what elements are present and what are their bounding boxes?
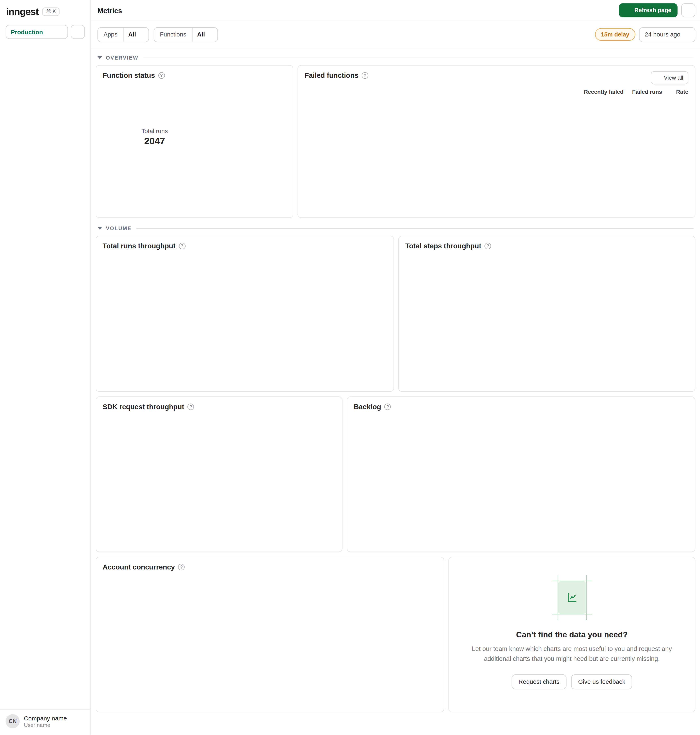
account-concurrency-card: Account concurrency ? bbox=[96, 557, 444, 712]
donut-center-value: 2047 bbox=[144, 136, 165, 146]
failed-functions-title: Failed functions bbox=[304, 71, 359, 79]
col-failed-runs: Failed runs bbox=[632, 88, 662, 95]
chevrons-up-down-icon bbox=[58, 29, 64, 35]
account-concurrency-title: Account concurrency bbox=[103, 563, 175, 571]
app-root: inngest ⌘ K Production CN Company name U… bbox=[0, 0, 700, 735]
function-status-donut: Total runs 2047 bbox=[107, 90, 202, 184]
refresh-page-button[interactable]: Refresh page bbox=[619, 3, 678, 17]
help-circle-icon[interactable]: ? bbox=[158, 72, 165, 78]
sliders-icon bbox=[74, 28, 81, 35]
section-divider bbox=[136, 228, 694, 228]
logo-row: inngest ⌘ K bbox=[0, 0, 90, 21]
feedback-body: Let our team know which charts are most … bbox=[468, 644, 675, 664]
volume-label: VOLUME bbox=[106, 225, 132, 231]
total-runs-title: Total runs throughput bbox=[103, 242, 176, 250]
inngest-logo: inngest bbox=[6, 6, 38, 18]
total-runs-chart bbox=[103, 252, 387, 367]
functions-filter[interactable]: Functions All bbox=[154, 27, 218, 42]
sdk-request-title: SDK request throughput bbox=[103, 402, 184, 411]
overview-label: OVERVIEW bbox=[106, 55, 138, 60]
company-name: Company name bbox=[24, 715, 67, 722]
chevron-down-icon bbox=[139, 32, 144, 37]
main-area: Metrics Refresh page Apps All Functions … bbox=[91, 0, 700, 735]
backlog-title: Backlog bbox=[354, 402, 381, 411]
view-all-button[interactable]: View all bbox=[651, 71, 688, 84]
backlog-chart bbox=[354, 412, 688, 527]
total-runs-card: Total runs throughput ? bbox=[96, 236, 394, 392]
help-circle-icon[interactable]: ? bbox=[179, 243, 185, 249]
account-concurrency-chart bbox=[103, 573, 437, 688]
collapse-triangle-icon bbox=[97, 56, 102, 59]
total-steps-card: Total steps throughput ? bbox=[398, 236, 696, 392]
help-circle-icon[interactable]: ? bbox=[178, 564, 185, 570]
help-circle-icon[interactable]: ? bbox=[362, 72, 368, 78]
sidebar: inngest ⌘ K Production CN Company name U… bbox=[0, 0, 91, 735]
chevron-down-icon bbox=[207, 32, 213, 37]
delay-badge: 15m delay bbox=[595, 28, 635, 41]
help-circle-icon[interactable]: ? bbox=[384, 404, 391, 410]
apps-filter-label: Apps bbox=[98, 27, 124, 41]
refresh-icon bbox=[625, 7, 631, 13]
failed-functions-card: View all Failed functions ? bbox=[297, 65, 696, 218]
overview-section-header[interactable]: OVERVIEW bbox=[97, 55, 694, 60]
filter-bar: Apps All Functions All 15m delay 24 hour… bbox=[91, 21, 700, 48]
chevron-down-icon bbox=[685, 32, 690, 37]
backlog-card: Backlog ? bbox=[347, 396, 696, 552]
environment-value: Production bbox=[11, 28, 43, 35]
time-range-select[interactable]: 24 hours ago bbox=[639, 27, 696, 42]
section-divider bbox=[143, 57, 694, 58]
collapse-triangle-icon bbox=[97, 227, 102, 230]
apps-filter-value: All bbox=[128, 31, 136, 38]
request-charts-button[interactable]: Request charts bbox=[512, 674, 566, 689]
failed-functions-chart bbox=[304, 81, 567, 190]
function-status-card: Function status ? Total runs 2047 bbox=[96, 65, 293, 218]
function-status-title: Function status bbox=[103, 71, 155, 79]
settings-button[interactable] bbox=[681, 3, 696, 17]
col-rate: Rate bbox=[662, 88, 688, 95]
sdk-request-card: SDK request throughput ? bbox=[96, 396, 343, 552]
help-circle-icon[interactable]: ? bbox=[484, 243, 491, 249]
volume-section-header[interactable]: VOLUME bbox=[97, 225, 694, 231]
content: OVERVIEW Function status ? Total runs 20… bbox=[91, 48, 700, 722]
time-range-value: 24 hours ago bbox=[645, 31, 680, 38]
give-feedback-button[interactable]: Give us feedback bbox=[571, 674, 632, 689]
recently-failed-table: Recently failed Failed runs Rate bbox=[575, 71, 688, 194]
col-recently-failed: Recently failed bbox=[584, 88, 632, 95]
gear-icon bbox=[685, 6, 692, 14]
environment-select[interactable]: Production bbox=[6, 25, 68, 39]
environment-row: Production bbox=[0, 21, 90, 40]
total-steps-chart bbox=[405, 252, 688, 367]
avatar: CN bbox=[6, 714, 20, 728]
chart-request-illustration bbox=[557, 580, 586, 614]
donut-center-label: Total runs bbox=[141, 127, 168, 134]
sdk-request-chart bbox=[103, 412, 335, 527]
feedback-heading: Can’t find the data you need? bbox=[516, 630, 628, 639]
feedback-card: Can’t find the data you need? Let our te… bbox=[449, 557, 696, 712]
functions-filter-value: All bbox=[197, 31, 205, 38]
help-circle-icon[interactable]: ? bbox=[188, 404, 194, 410]
env-filter-button[interactable] bbox=[71, 25, 85, 39]
top-bar: Metrics Refresh page bbox=[91, 0, 700, 21]
line-chart-icon bbox=[566, 591, 578, 604]
arrow-up-right-icon bbox=[656, 75, 661, 80]
page-title: Metrics bbox=[97, 6, 122, 14]
user-name: User name bbox=[24, 722, 67, 728]
total-steps-title: Total steps throughput bbox=[405, 242, 481, 250]
functions-filter-label: Functions bbox=[154, 27, 193, 41]
command-k-shortcut[interactable]: ⌘ K bbox=[42, 7, 60, 16]
account-row[interactable]: CN Company name User name bbox=[0, 710, 90, 735]
apps-filter[interactable]: Apps All bbox=[97, 27, 149, 42]
